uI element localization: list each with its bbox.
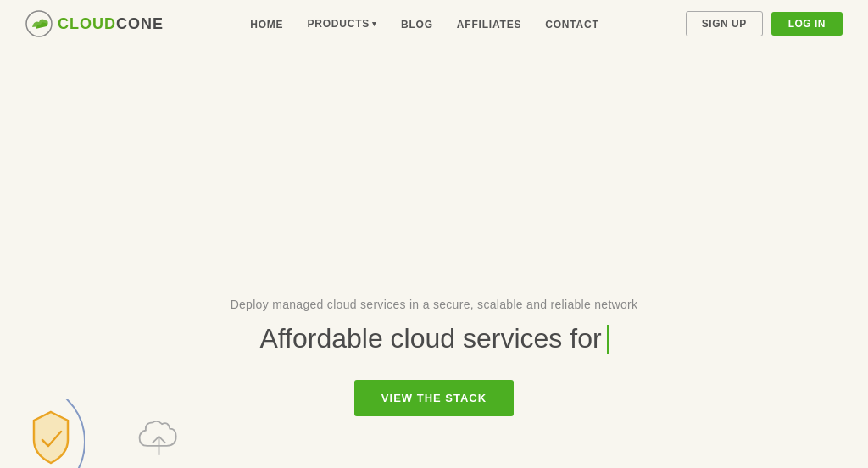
logo-icon xyxy=(25,10,53,37)
nav-links: HOME PRODUCTS ▾ BLOG AFFILIATES CONTACT xyxy=(250,16,598,31)
hero-subtitle: Deploy managed cloud services in a secur… xyxy=(231,298,638,311)
nav-item-affiliates[interactable]: AFFILIATES xyxy=(457,16,521,31)
nav-item-contact[interactable]: CONTACT xyxy=(545,16,598,31)
nav-item-blog[interactable]: BLOG xyxy=(401,16,433,31)
chevron-down-icon: ▾ xyxy=(372,20,377,28)
login-button[interactable]: LOG IN xyxy=(771,12,843,36)
nav-buttons: SIGN UP LOG IN xyxy=(686,11,843,36)
nav-item-home[interactable]: HOME xyxy=(250,16,283,31)
navbar: CLOUDCONE HOME PRODUCTS ▾ BLOG AFFILIATE… xyxy=(0,0,868,47)
svg-point-1 xyxy=(17,399,85,468)
shield-icon xyxy=(17,399,85,467)
logo-text: CLOUDCONE xyxy=(58,15,164,33)
hero-section: Deploy managed cloud services in a secur… xyxy=(0,47,868,467)
logo[interactable]: CLOUDCONE xyxy=(25,10,164,37)
hero-title: Affordable cloud services for xyxy=(259,323,608,354)
typing-cursor xyxy=(607,325,609,354)
cloud-upload-icon xyxy=(136,416,182,463)
view-stack-button[interactable]: VIEW THE STACK xyxy=(354,380,514,416)
nav-item-products[interactable]: PRODUCTS ▾ xyxy=(307,18,377,30)
signup-button[interactable]: SIGN UP xyxy=(686,11,763,36)
